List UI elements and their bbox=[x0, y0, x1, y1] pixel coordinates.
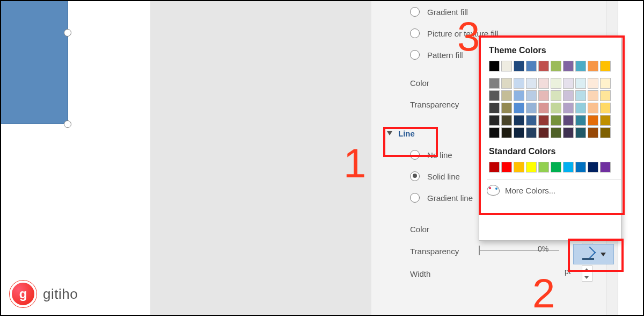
slider-thumb[interactable] bbox=[479, 246, 480, 255]
transparency-value: 0% bbox=[538, 245, 548, 253]
line-transparency-label: Transparency bbox=[410, 247, 459, 256]
line-solid-label: Solid line bbox=[427, 172, 460, 181]
fill-option-gradient[interactable]: Gradient fill bbox=[371, 1, 606, 23]
resize-handle[interactable] bbox=[64, 120, 71, 128]
brand-logo-icon: g bbox=[10, 281, 36, 307]
annotation-number-3: 3 bbox=[457, 13, 480, 60]
annotation-box-3 bbox=[479, 35, 625, 215]
annotation-box-1 bbox=[383, 127, 438, 157]
annotation-number-2: 2 bbox=[532, 270, 555, 316]
line-gradient-label: Gradient line bbox=[427, 193, 473, 203]
resize-handle[interactable] bbox=[64, 29, 71, 37]
screenshot-stage: Gradient fill Picture or texture fill Pa… bbox=[0, 0, 644, 316]
annotation-number-1: 1 bbox=[343, 140, 366, 186]
line-width-label: Width bbox=[410, 269, 430, 278]
brand-logo: g gitiho bbox=[10, 281, 78, 307]
annotation-box-2 bbox=[568, 239, 624, 272]
canvas-gutter bbox=[150, 1, 371, 315]
selected-shape[interactable] bbox=[1, 1, 68, 124]
brand-logo-text: gitiho bbox=[43, 286, 78, 303]
